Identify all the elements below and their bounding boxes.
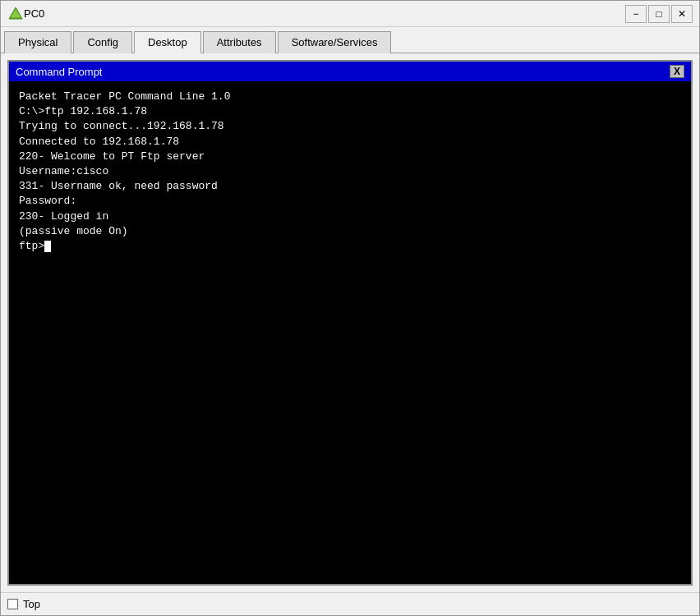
app-logo xyxy=(7,6,24,22)
tab-attributes[interactable]: Attributes xyxy=(203,31,276,53)
top-checkbox[interactable] xyxy=(7,599,18,609)
top-label: Top xyxy=(23,598,40,610)
close-button[interactable]: ✕ xyxy=(671,5,693,23)
terminal[interactable]: Packet Tracer PC Command Line 1.0 C:\>ft… xyxy=(9,81,691,584)
tab-physical[interactable]: Physical xyxy=(4,31,71,53)
command-prompt-window: Command Prompt X Packet Tracer PC Comman… xyxy=(7,60,693,586)
main-window: PC0 − □ ✕ Physical Config Desktop Attrib… xyxy=(0,0,700,616)
main-content: Command Prompt X Packet Tracer PC Comman… xyxy=(1,53,699,592)
tabs-bar: Physical Config Desktop Attributes Softw… xyxy=(1,27,699,53)
window-controls: − □ ✕ xyxy=(625,5,693,23)
title-bar: PC0 − □ ✕ xyxy=(1,1,699,27)
status-bar: Top xyxy=(1,592,699,615)
window-title: PC0 xyxy=(24,7,625,20)
command-prompt-titlebar: Command Prompt X xyxy=(9,62,691,81)
command-prompt-title: Command Prompt xyxy=(16,66,102,78)
tab-software-services[interactable]: Software/Services xyxy=(278,31,392,53)
maximize-button[interactable]: □ xyxy=(648,5,670,23)
terminal-cursor xyxy=(44,241,51,252)
tab-desktop[interactable]: Desktop xyxy=(134,31,201,53)
tab-config[interactable]: Config xyxy=(73,31,132,53)
minimize-button[interactable]: − xyxy=(625,5,647,23)
command-prompt-close-button[interactable]: X xyxy=(670,65,684,78)
